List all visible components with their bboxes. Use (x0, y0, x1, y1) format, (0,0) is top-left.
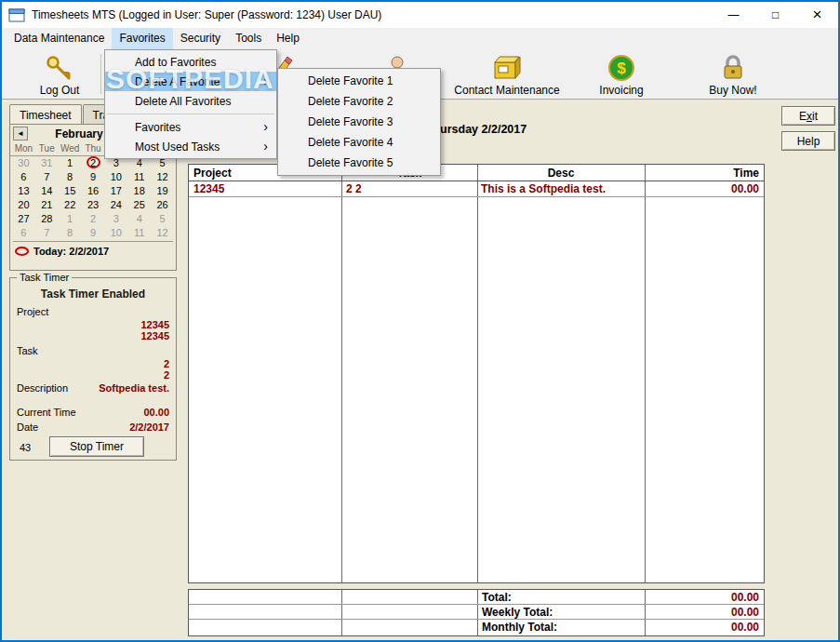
calendar-day[interactable]: 20 (12, 198, 35, 212)
task-label: Task (17, 345, 38, 356)
column-header-time: Time (645, 167, 764, 180)
calendar-day[interactable]: 11 (127, 226, 151, 240)
padlock-icon (668, 52, 798, 82)
menu-item-label: Most Used Tasks (135, 140, 220, 154)
maximize-icon: □ (772, 8, 779, 21)
calendar-day[interactable]: 15 (59, 184, 82, 198)
weekly-total-value: 00.00 (645, 606, 764, 619)
menu-help[interactable]: Help (269, 28, 307, 49)
menu-item-delete-favorite-1[interactable]: Delete Favorite 1 (278, 71, 440, 91)
weekly-total-row: Weekly Total: 00.00 (189, 605, 764, 620)
project-value-2: 12345 (140, 330, 169, 341)
left-arrow-icon: ◄ (17, 125, 24, 143)
calendar-day[interactable]: 9 (82, 170, 105, 184)
monthly-total-value: 00.00 (645, 621, 764, 634)
project-value-1: 12345 (140, 319, 169, 330)
calendar-day[interactable]: 10 (104, 226, 127, 240)
menu-security[interactable]: Security (173, 28, 228, 49)
calendar-day[interactable]: 7 (35, 170, 59, 184)
calendar-day[interactable]: 11 (127, 170, 151, 184)
menu-item-delete-favorite-2[interactable]: Delete Favorite 2 (278, 91, 440, 112)
maximize-button[interactable]: □ (754, 2, 796, 28)
calendar-today-row[interactable]: Today: 2/2/2017 (10, 242, 176, 260)
menu-item-add-to-favorites[interactable]: Add to Favorites (105, 52, 276, 72)
menu-item-favorites[interactable]: Favorites › (105, 117, 276, 137)
calendar-day[interactable]: 6 (12, 170, 35, 184)
close-button[interactable]: × (796, 2, 838, 28)
calendar-day[interactable]: 23 (82, 198, 105, 212)
calendar-day[interactable]: 8 (59, 170, 82, 184)
menu-item-delete-favorite-5[interactable]: Delete Favorite 5 (278, 153, 440, 173)
calendar-day[interactable]: 25 (127, 198, 151, 212)
day-header: Thu (82, 143, 105, 155)
calendar-day[interactable]: 24 (104, 198, 127, 212)
calendar-day[interactable]: 27 (12, 212, 35, 226)
minimize-button[interactable]: — (713, 2, 754, 28)
calendar-day[interactable]: 14 (35, 184, 59, 198)
help-button[interactable]: Help (781, 131, 835, 151)
today-circle-icon (15, 247, 29, 256)
description-value: Softpedia test. (99, 382, 169, 394)
calendar-day[interactable]: 28 (35, 212, 59, 226)
menu-item-label: Delete Favorite 5 (308, 156, 393, 169)
calendar-day[interactable]: 1 (59, 212, 82, 226)
total-label: Total: (477, 591, 645, 604)
menu-tools[interactable]: Tools (228, 28, 269, 49)
calendar-day[interactable]: 12 (151, 170, 174, 184)
calendar-day[interactable]: 16 (82, 184, 105, 198)
date-label: Date (17, 421, 38, 433)
totals-panel: Total: 00.00 Weekly Total: 00.00 Monthly… (188, 589, 765, 636)
window-controls: — □ × (713, 2, 838, 28)
contact-maintenance-button[interactable]: Contact Maintenance (442, 52, 572, 97)
calendar-week: 13 14 15 16 17 18 19 (10, 184, 176, 198)
calendar-day-today[interactable]: 2 (82, 156, 105, 170)
day-header: Mon (12, 143, 35, 155)
menu-data-maintenance[interactable]: Data Maintenance (7, 28, 112, 49)
card-file-icon (442, 52, 572, 82)
calendar-day[interactable]: 17 (104, 184, 127, 198)
calendar-day[interactable]: 8 (59, 226, 82, 240)
calendar-day[interactable]: 19 (151, 184, 174, 198)
menu-item-most-used-tasks[interactable]: Most Used Tasks › (105, 137, 276, 156)
calendar-day[interactable]: 10 (104, 170, 127, 184)
tab-timesheet[interactable]: Timesheet (9, 104, 82, 125)
invoicing-label: Invoicing (556, 84, 687, 97)
calendar-day[interactable]: 1 (59, 156, 82, 170)
menu-favorites[interactable]: Favorites (112, 28, 172, 49)
calendar-day[interactable]: 22 (59, 198, 82, 212)
invoicing-button[interactable]: $ Invoicing (556, 52, 687, 97)
calendar-day[interactable]: 6 (12, 226, 35, 240)
exit-button[interactable]: Exit (781, 106, 835, 126)
stop-timer-button[interactable]: Stop Timer (49, 436, 144, 457)
calendar-day[interactable]: 7 (35, 226, 59, 240)
buy-now-button[interactable]: Buy Now! (668, 52, 798, 97)
calendar-day[interactable]: 2 (82, 212, 105, 226)
calendar-day[interactable]: 31 (35, 156, 59, 170)
calendar-day[interactable]: 30 (12, 156, 35, 170)
calendar-day[interactable]: 26 (151, 198, 174, 212)
menu-item-delete-a-favorite[interactable]: Delete A Favorite › (105, 72, 276, 91)
calendar-day[interactable]: 18 (127, 184, 151, 198)
title-bar: Timesheets MTS (Logged in User: Super (P… (2, 2, 838, 28)
calendar-day[interactable]: 5 (151, 212, 174, 226)
calendar-day[interactable]: 9 (82, 226, 105, 240)
menu-item-delete-all-favorites[interactable]: Delete All Favorites (105, 91, 276, 111)
calendar-day[interactable]: 12 (151, 226, 174, 240)
window-title: Timesheets MTS (Logged in User: Super (P… (32, 8, 381, 21)
calendar-day[interactable]: 21 (35, 198, 59, 212)
calendar-day[interactable]: 3 (104, 212, 127, 226)
menu-item-delete-favorite-4[interactable]: Delete Favorite 4 (278, 132, 440, 153)
cell-desc: This is a Softpedia test. (477, 182, 645, 195)
task-timer-group: Task Timer Task Timer Enabled Project 12… (9, 277, 177, 461)
submenu-arrow-icon: › (263, 140, 268, 153)
timesheet-row[interactable]: 12345 2 2 This is a Softpedia test. 00.0… (189, 181, 764, 197)
calendar-day[interactable]: 4 (127, 212, 151, 226)
delete-favorite-submenu: Delete Favorite 1 Delete Favorite 2 Dele… (277, 68, 441, 176)
calendar-prev-button[interactable]: ◄ (13, 127, 28, 140)
calendar-week: 27 28 1 2 3 4 5 (10, 212, 176, 226)
grid-column-line (645, 165, 646, 582)
calendar-day[interactable]: 13 (12, 184, 35, 198)
cell-time: 00.00 (645, 182, 764, 195)
menu-item-delete-favorite-3[interactable]: Delete Favorite 3 (278, 112, 440, 132)
favorites-menu: Add to Favorites Delete A Favorite › Del… (104, 49, 277, 159)
